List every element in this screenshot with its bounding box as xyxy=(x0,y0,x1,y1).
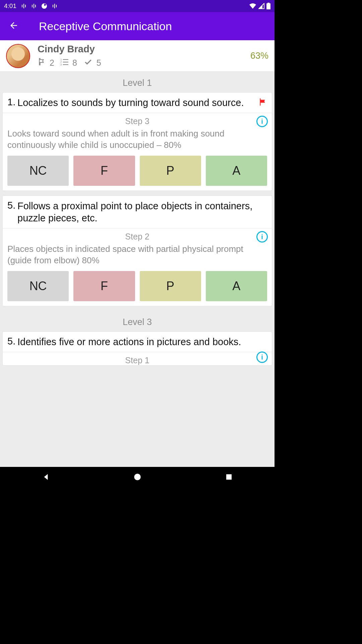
score-button-f[interactable]: F xyxy=(73,271,135,301)
step-label: Step 1 xyxy=(125,356,149,365)
step-label: Step 2 xyxy=(7,232,267,241)
item-number: 5. xyxy=(7,336,17,347)
nav-back-icon[interactable] xyxy=(42,473,50,483)
check-icon xyxy=(83,57,93,68)
score-button-p[interactable]: P xyxy=(140,271,201,301)
status-bar: 4:01 xyxy=(0,0,275,12)
score-button-p[interactable]: P xyxy=(140,156,201,186)
step-description: Looks toward sound when adult is in fron… xyxy=(3,126,272,151)
wifi-icon xyxy=(249,3,256,9)
info-icon[interactable]: i xyxy=(256,116,268,127)
nav-home-icon[interactable] xyxy=(133,473,142,483)
flag-icon xyxy=(38,57,46,68)
svg-text:3: 3 xyxy=(60,63,62,66)
nav-recent-icon[interactable] xyxy=(225,473,233,482)
item-text: Follows a proximal point to place object… xyxy=(17,200,267,224)
svg-rect-3 xyxy=(32,5,33,7)
svg-rect-9 xyxy=(56,5,57,7)
svg-rect-0 xyxy=(22,5,22,7)
svg-point-18 xyxy=(134,474,141,480)
item-card: 5. Identifies five or more actions in pi… xyxy=(2,331,272,366)
app-bar: Receptive Communication xyxy=(0,12,275,40)
score-button-nc[interactable]: NC xyxy=(7,156,69,186)
info-icon[interactable]: i xyxy=(256,352,268,363)
svg-rect-1 xyxy=(23,4,24,8)
status-time: 4:01 xyxy=(4,2,16,10)
mic-icon xyxy=(21,3,26,9)
mic-icon xyxy=(52,3,57,9)
back-button[interactable] xyxy=(9,20,19,32)
flag-count: 2 xyxy=(38,57,54,68)
item-number: 5. xyxy=(7,200,17,211)
step-description: Places objects in indicated space with p… xyxy=(3,241,272,266)
item-text: Identifies five or more actions in pictu… xyxy=(17,336,267,348)
score-button-f[interactable]: F xyxy=(73,156,135,186)
item-text: Localizes to sounds by turning toward so… xyxy=(17,97,256,109)
checks-count: 5 xyxy=(83,57,101,68)
svg-rect-2 xyxy=(25,5,26,7)
step-label: Step 3 xyxy=(7,116,267,126)
score-button-a[interactable]: A xyxy=(206,271,267,301)
item-card: 1. Localizes to sounds by turning toward… xyxy=(2,92,272,191)
page-title: Receptive Communication xyxy=(39,20,172,33)
svg-rect-8 xyxy=(54,4,55,8)
mic-icon xyxy=(31,3,37,9)
svg-rect-5 xyxy=(35,5,36,7)
svg-rect-7 xyxy=(53,5,53,7)
svg-rect-10 xyxy=(266,3,270,9)
level-header: Level 3 xyxy=(0,311,275,331)
steps-count: 123 8 xyxy=(60,57,77,68)
clock-icon xyxy=(41,3,47,9)
svg-rect-11 xyxy=(267,3,269,4)
score-button-nc[interactable]: NC xyxy=(7,271,69,301)
svg-rect-4 xyxy=(34,4,34,8)
level-header: Level 1 xyxy=(0,72,275,92)
system-nav-bar xyxy=(0,467,275,488)
student-name: Cindy Brady xyxy=(38,44,250,55)
item-card: 5. Follows a proximal point to place obj… xyxy=(2,196,272,306)
item-number: 1. xyxy=(7,97,17,108)
svg-rect-19 xyxy=(226,474,232,480)
battery-icon xyxy=(266,3,270,9)
score-button-a[interactable]: A xyxy=(206,156,267,186)
avatar[interactable] xyxy=(6,44,30,68)
signal-icon xyxy=(258,3,264,9)
list-icon: 123 xyxy=(60,57,69,68)
student-header: Cindy Brady 2 123 8 5 63% xyxy=(0,40,275,72)
flag-icon[interactable] xyxy=(258,97,267,108)
overall-percent: 63% xyxy=(250,51,268,61)
